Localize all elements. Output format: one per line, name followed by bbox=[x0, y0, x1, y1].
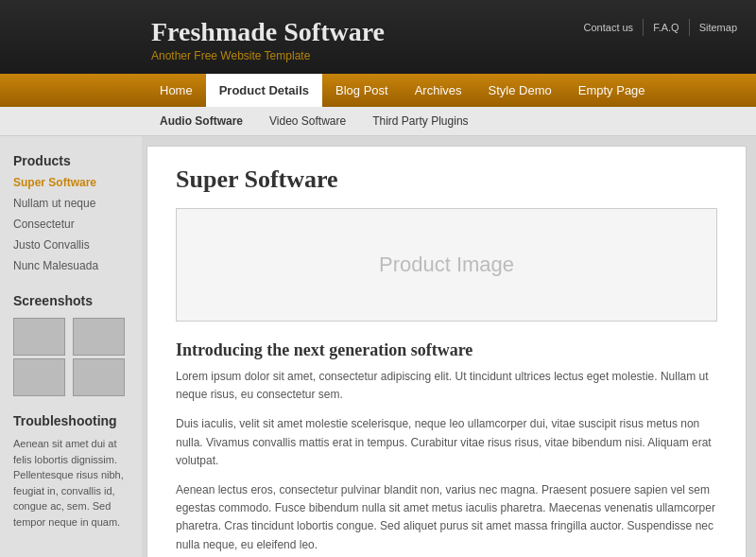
header: Freshmade Software Another Free Website … bbox=[0, 0, 756, 74]
sidebar-item-nunc[interactable]: Nunc Malesuada bbox=[0, 255, 142, 276]
sidebar-item-nullam[interactable]: Nullam ut neque bbox=[0, 193, 142, 214]
content-para-2: Duis iaculis, velit sit amet molestie sc… bbox=[176, 415, 717, 470]
sidebar-item-justo[interactable]: Justo Convallis bbox=[0, 235, 142, 255]
main-container: Products Super Software Nullam ut neque … bbox=[0, 136, 756, 557]
sidebar: Products Super Software Nullam ut neque … bbox=[0, 136, 142, 557]
header-links: Contact us F.A.Q Sitemap bbox=[575, 19, 747, 36]
product-image-label: Product Image bbox=[379, 252, 514, 277]
nav-blog-post[interactable]: Blog Post bbox=[322, 74, 402, 107]
troubleshooting-text: Aenean sit amet dui at felis lobortis di… bbox=[0, 432, 142, 533]
site-subtitle: Another Free Website Template bbox=[151, 49, 737, 62]
screenshot-1[interactable] bbox=[13, 318, 65, 356]
screenshot-grid bbox=[13, 318, 129, 396]
subnav-video[interactable]: Video Software bbox=[256, 107, 359, 135]
sub-nav: Audio Software Video Software Third Part… bbox=[0, 107, 756, 136]
products-section-title: Products bbox=[0, 146, 142, 172]
screenshots-section-title: Screenshots bbox=[0, 286, 142, 312]
subnav-plugins[interactable]: Third Party Plugins bbox=[359, 107, 481, 135]
troubleshooting-section-title: Troubleshooting bbox=[0, 406, 142, 432]
faq-link[interactable]: F.A.Q bbox=[643, 19, 689, 36]
product-image: Product Image bbox=[176, 208, 717, 322]
nav-archives[interactable]: Archives bbox=[402, 74, 475, 107]
sidebar-item-super-software[interactable]: Super Software bbox=[0, 172, 142, 193]
content-para-3: Aenean lectus eros, consectetur pulvinar… bbox=[176, 481, 717, 554]
nav-product-details[interactable]: Product Details bbox=[206, 74, 322, 107]
main-content: Super Software Product Image Introducing… bbox=[146, 146, 747, 557]
nav-style-demo[interactable]: Style Demo bbox=[475, 74, 565, 107]
content-para-1: Lorem ipsum dolor sit amet, consectetur … bbox=[176, 368, 717, 404]
product-title: Super Software bbox=[176, 165, 717, 194]
contact-link[interactable]: Contact us bbox=[575, 19, 644, 36]
sidebar-item-consectetur[interactable]: Consectetur bbox=[0, 214, 142, 235]
main-nav: Home Product Details Blog Post Archives … bbox=[0, 74, 756, 107]
screenshot-4[interactable] bbox=[73, 358, 125, 396]
sitemap-link[interactable]: Sitemap bbox=[689, 19, 747, 36]
screenshot-2[interactable] bbox=[73, 318, 125, 356]
screenshot-3[interactable] bbox=[13, 358, 65, 396]
content-section-title: Introducing the next generation software bbox=[176, 340, 717, 360]
nav-empty-page[interactable]: Empty Page bbox=[565, 74, 659, 107]
nav-home[interactable]: Home bbox=[146, 74, 206, 107]
subnav-audio[interactable]: Audio Software bbox=[146, 107, 256, 135]
